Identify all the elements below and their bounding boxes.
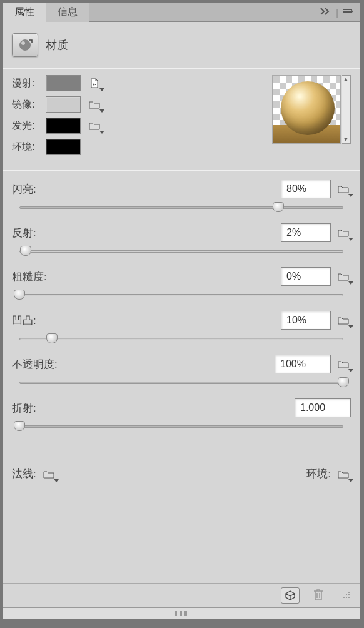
- cube-icon: [285, 590, 296, 600]
- preview-scrollbar[interactable]: ▲ ▼: [341, 75, 351, 144]
- material-preview[interactable]: [272, 75, 341, 144]
- opacity-texture-button[interactable]: [336, 357, 351, 371]
- material-icon: [17, 38, 33, 53]
- tab-properties[interactable]: 属性: [3, 3, 46, 23]
- shine-texture-button[interactable]: [336, 182, 351, 196]
- diffuse-label: 漫射:: [12, 77, 39, 90]
- properties-panel: 属性 信息 | 材质 漫射:: [3, 3, 360, 619]
- folder-icon: [89, 121, 100, 130]
- collapse-icon[interactable]: [320, 7, 332, 18]
- bump-label: 凹凸:: [12, 313, 276, 328]
- folder-icon: [89, 100, 100, 109]
- tab-info[interactable]: 信息: [46, 3, 89, 22]
- reflection-slider[interactable]: [12, 247, 351, 256]
- roughness-label: 粗糙度:: [12, 270, 276, 284]
- svg-rect-0: [343, 9, 352, 10]
- horizontal-scrollbar[interactable]: [3, 607, 360, 619]
- opacity-slider[interactable]: [12, 378, 351, 387]
- shine-slider[interactable]: [12, 203, 351, 212]
- svg-point-3: [21, 41, 25, 45]
- new-material-button[interactable]: [281, 587, 300, 604]
- diffuse-texture-button[interactable]: [87, 76, 102, 90]
- svg-point-10: [348, 597, 350, 598]
- folder-icon: [43, 470, 54, 479]
- folder-icon: [338, 360, 349, 368]
- folder-icon: [338, 185, 349, 193]
- menu-icon[interactable]: [342, 7, 355, 18]
- page-icon: [89, 78, 100, 89]
- roughness-slider[interactable]: [12, 291, 351, 300]
- diffuse-swatch[interactable]: [46, 75, 81, 91]
- svg-point-5: [348, 592, 350, 593]
- environment-label: 环境:: [306, 467, 331, 481]
- svg-rect-1: [343, 11, 352, 13]
- svg-point-7: [348, 594, 350, 595]
- normals-label: 法线:: [12, 467, 36, 481]
- refraction-slider[interactable]: [12, 422, 351, 431]
- shine-input[interactable]: [281, 180, 331, 198]
- svg-point-8: [343, 597, 345, 598]
- folder-icon: [338, 470, 349, 479]
- emission-label: 发光:: [12, 119, 39, 133]
- reflection-texture-button[interactable]: [336, 226, 351, 240]
- trash-icon: [312, 588, 325, 602]
- emission-swatch[interactable]: [46, 118, 81, 134]
- svg-point-9: [346, 597, 347, 598]
- environment-swatch[interactable]: [46, 139, 81, 155]
- environment-swatch-label: 环境:: [12, 141, 39, 154]
- refraction-input[interactable]: [295, 398, 351, 417]
- scroll-up-icon[interactable]: ▲: [343, 76, 349, 83]
- bump-texture-button[interactable]: [336, 313, 351, 327]
- reflection-label: 反射:: [12, 226, 276, 240]
- panel-title: 材质: [46, 38, 68, 53]
- scroll-down-icon[interactable]: ▼: [343, 136, 349, 143]
- roughness-texture-button[interactable]: [336, 270, 351, 283]
- bump-slider[interactable]: [12, 335, 351, 343]
- folder-icon: [338, 272, 349, 281]
- resize-grip[interactable]: [342, 590, 351, 601]
- delete-button[interactable]: [312, 588, 325, 604]
- tab-bar: 属性 信息 |: [3, 3, 360, 22]
- shine-label: 闪亮:: [12, 182, 276, 196]
- svg-point-6: [346, 594, 347, 595]
- folder-icon: [338, 228, 349, 237]
- svg-point-2: [19, 39, 31, 51]
- bump-input[interactable]: [281, 311, 331, 330]
- normals-texture-button[interactable]: [41, 467, 56, 481]
- mirror-label: 镜像:: [12, 98, 39, 111]
- roughness-input[interactable]: [281, 267, 331, 286]
- opacity-label: 不透明度:: [12, 357, 270, 372]
- mirror-texture-button[interactable]: [87, 98, 102, 111]
- folder-icon: [338, 316, 349, 325]
- resize-icon: [342, 590, 351, 599]
- reflection-input[interactable]: [281, 223, 331, 242]
- material-type-button[interactable]: [12, 33, 38, 57]
- refraction-label: 折射:: [12, 401, 290, 415]
- emission-texture-button[interactable]: [87, 119, 102, 133]
- mirror-swatch[interactable]: [46, 96, 81, 113]
- environment-texture-button[interactable]: [336, 467, 351, 481]
- opacity-input[interactable]: [275, 355, 331, 373]
